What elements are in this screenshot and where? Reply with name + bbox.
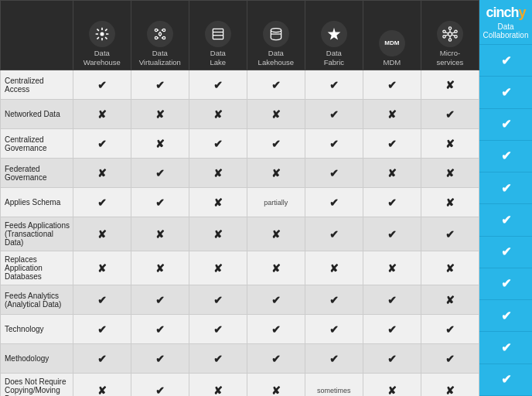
- cinchy-name: cinch: [486, 5, 518, 20]
- cell-r10-c0: ✘: [73, 374, 131, 397]
- table-row: Feeds Analytics(Analytical Data)✔✔✔✔✔✔✘: [1, 285, 479, 315]
- cell-r6-c1: ✘: [131, 251, 189, 285]
- cell-r5-c3: ✘: [247, 217, 305, 251]
- cell-r9-c3: ✔: [247, 344, 305, 374]
- cross-icon: ✘: [155, 108, 165, 121]
- check-icon: ✔: [213, 79, 223, 91]
- virtualization-icon: [147, 21, 173, 47]
- cross-icon: ✘: [387, 384, 397, 397]
- check-icon: ✔: [445, 108, 455, 121]
- row-label-5: Feeds Applications(Transactional Data): [1, 217, 73, 251]
- check-icon: ✔: [329, 138, 339, 150]
- col-header-microservices: Micro-services: [421, 1, 479, 70]
- check-icon: ✔: [329, 167, 339, 179]
- check-icon: ✔: [97, 196, 107, 209]
- cell-r5-c6: ✔: [421, 217, 479, 251]
- cinchy-check-icon: ✔: [501, 117, 511, 131]
- check-icon: ✔: [329, 108, 339, 121]
- cross-icon: ✘: [271, 262, 281, 275]
- table-row: Replaces ApplicationDatabases✘✘✘✘✘✘✘: [1, 251, 479, 285]
- check-icon: ✔: [387, 138, 397, 150]
- cell-r5-c0: ✘: [73, 217, 131, 251]
- cell-r1-c0: ✘: [73, 100, 131, 129]
- check-icon: ✔: [155, 294, 165, 306]
- check-icon: ✔: [329, 353, 339, 365]
- col-header-virtualization: DataVirtualization: [131, 1, 189, 70]
- check-icon: ✔: [387, 294, 397, 306]
- cell-r1-c5: ✘: [363, 100, 421, 129]
- cross-icon: ✘: [97, 167, 107, 179]
- svg-point-0: [100, 32, 104, 36]
- cinchy-check-icon: ✔: [501, 340, 511, 355]
- check-icon: ✔: [387, 353, 397, 365]
- cinchy-cell-7: ✔: [479, 268, 532, 300]
- cell-r10-c6: ✘: [421, 374, 479, 397]
- cell-r3-c0: ✘: [73, 159, 131, 188]
- cell-r1-c4: ✔: [305, 100, 363, 129]
- svg-rect-12: [213, 29, 223, 39]
- svg-point-19: [448, 27, 451, 29]
- cross-icon: ✘: [271, 384, 281, 397]
- cross-icon: ✘: [271, 167, 281, 179]
- cell-r8-c5: ✔: [363, 315, 421, 344]
- cell-r0-c0: ✔: [73, 70, 131, 100]
- cinchy-cell-9: ✔: [479, 332, 532, 364]
- table-row: Applies Schema✔✔✘partially✔✔✘: [1, 188, 479, 217]
- cross-icon: ✘: [445, 294, 455, 306]
- cross-icon: ✘: [387, 262, 397, 275]
- col-header-mdm: MDMMDM: [363, 1, 421, 70]
- cell-r7-c6: ✘: [421, 285, 479, 315]
- main-container: DataWarehouseDataVirtualizationDataLakeD…: [0, 0, 532, 396]
- cross-icon: ✘: [445, 167, 455, 179]
- table-row: Centralized Governance✔✘✔✔✔✔✘: [1, 129, 479, 159]
- cell-r1-c1: ✘: [131, 100, 189, 129]
- cell-r3-c5: ✘: [363, 159, 421, 188]
- svg-line-30: [445, 32, 448, 33]
- check-icon: ✔: [387, 228, 397, 241]
- cross-icon: ✘: [271, 228, 281, 241]
- cross-icon: ✘: [155, 228, 165, 241]
- cell-r3-c3: ✘: [247, 159, 305, 188]
- cell-r0-c3: ✔: [247, 70, 305, 100]
- cell-r3-c6: ✘: [421, 159, 479, 188]
- cinchy-cell-8: ✔: [479, 300, 532, 332]
- cross-icon: ✘: [97, 384, 107, 397]
- check-icon: ✔: [213, 138, 223, 150]
- cell-r9-c6: ✔: [421, 344, 479, 374]
- cell-r4-c2: ✘: [189, 188, 247, 217]
- cell-r1-c3: ✘: [247, 100, 305, 129]
- cinchy-check-icon: ✔: [501, 53, 511, 68]
- lake-icon: [205, 21, 231, 47]
- col-header-lake: DataLake: [189, 1, 247, 70]
- row-label-8: Technology: [1, 315, 73, 344]
- cell-r6-c2: ✘: [189, 251, 247, 285]
- cell-r9-c2: ✔: [189, 344, 247, 374]
- check-icon: ✔: [155, 323, 165, 336]
- row-label-7: Feeds Analytics(Analytical Data): [1, 285, 73, 315]
- check-icon: ✔: [155, 79, 165, 91]
- cinchy-cell-0: ✔: [479, 45, 532, 77]
- col-label-virtualization: DataVirtualization: [139, 49, 181, 67]
- cell-r3-c1: ✔: [131, 159, 189, 188]
- cinchy-check-icon: ✔: [501, 309, 511, 323]
- svg-point-3: [155, 37, 157, 39]
- check-icon: ✔: [271, 79, 281, 91]
- check-icon: ✔: [329, 79, 339, 91]
- cell-r8-c4: ✔: [305, 315, 363, 344]
- col-label-warehouse: DataWarehouse: [84, 49, 121, 67]
- cell-r3-c4: ✔: [305, 159, 363, 188]
- cell-r10-c4: sometimes: [305, 374, 363, 397]
- cross-icon: ✘: [387, 167, 397, 179]
- cinchy-check-icon: ✔: [501, 372, 511, 387]
- col-label-lakehouse: DataLakehouse: [258, 49, 294, 67]
- comparison-table: DataWarehouseDataVirtualizationDataLakeD…: [0, 0, 479, 396]
- cell-r8-c0: ✔: [73, 315, 131, 344]
- cross-icon: ✘: [213, 228, 223, 241]
- col-label-microservices: Micro-services: [437, 49, 464, 67]
- col-label-fabric: DataFabric: [324, 49, 344, 67]
- cross-icon: ✘: [445, 262, 455, 275]
- check-icon: ✔: [213, 323, 223, 336]
- table-row: Feeds Applications(Transactional Data)✘✘…: [1, 217, 479, 251]
- cinchy-check-icon: ✔: [501, 85, 511, 100]
- svg-point-18: [448, 32, 452, 36]
